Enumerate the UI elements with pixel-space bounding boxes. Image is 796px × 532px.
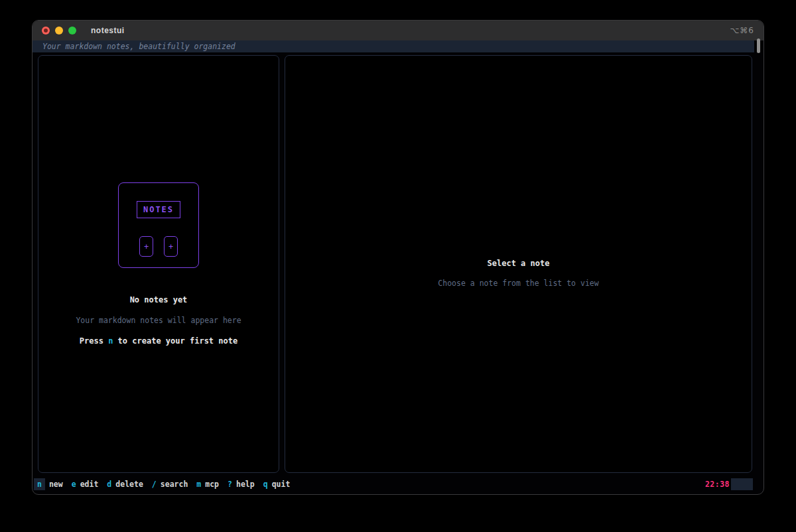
empty-state-subtitle: Your markdown notes will appear here (76, 316, 241, 325)
app-tagline-bar: Your markdown notes, beautifully organiz… (33, 40, 754, 52)
shortcut-key: q (263, 480, 268, 489)
shortcut-mcp[interactable]: m mcp (196, 478, 219, 490)
shortcut-search[interactable]: / search (152, 478, 188, 490)
hint-prefix: Press (80, 336, 108, 346)
empty-state-hint: Press n to create your first note (80, 336, 237, 346)
shortcut-edit[interactable]: e edit (72, 478, 99, 490)
shortcut-label: new (49, 480, 63, 489)
titlebar: notestui ⌥⌘6 (33, 21, 763, 40)
shortcut-label: edit (80, 480, 99, 489)
window-title: notestui (91, 26, 125, 35)
shortcut-key: m (196, 480, 201, 489)
traffic-lights (42, 27, 76, 34)
app-tagline: Your markdown notes, beautifully organiz… (42, 42, 235, 51)
empty-state-title: No notes yet (130, 295, 188, 304)
shortcut-key: n (34, 478, 45, 490)
notes-logo-label: NOTES (137, 201, 180, 218)
shortcut-key: ? (228, 480, 232, 489)
shortcut-help[interactable]: ? help (228, 478, 255, 490)
shortcut-label: help (236, 480, 255, 489)
scrollbar-thumb[interactable] (757, 38, 760, 53)
note-preview-panel: Select a note Choose a note from the lis… (285, 55, 752, 473)
shortcut-label: search (161, 480, 188, 489)
shortcut-label: quit (272, 480, 291, 489)
statusbar: n new e edit d delete / search m mcp ? h… (33, 478, 763, 490)
shortcut-label: delete (115, 480, 143, 489)
shortcut-label: mcp (205, 480, 219, 489)
plus-icon: + (139, 236, 153, 257)
shortcut-key: / (152, 480, 157, 489)
shortcut-delete[interactable]: d delete (107, 478, 143, 490)
clock: 22:38 (705, 480, 730, 489)
preview-placeholder-title: Select a note (488, 259, 550, 268)
notes-logo: NOTES + + (118, 182, 199, 268)
notes-list-panel: NOTES + + No notes yet Your markdown not… (38, 55, 279, 473)
hint-suffix: to create your first note (113, 336, 237, 346)
preview-placeholder-subtitle: Choose a note from the list to view (438, 279, 598, 288)
zoom-button-icon[interactable] (68, 27, 76, 34)
close-button-icon[interactable] (42, 27, 50, 34)
shortcut-new[interactable]: n new (34, 478, 63, 490)
tab-shortcut-indicator: ⌥⌘6 (730, 26, 754, 35)
shortcut-key: d (107, 480, 111, 489)
shortcut-key: e (72, 480, 76, 489)
minimize-button-icon[interactable] (55, 27, 63, 34)
shortcut-quit[interactable]: q quit (263, 478, 291, 490)
terminal-window: notestui ⌥⌘6 Your markdown notes, beauti… (32, 20, 764, 495)
notes-logo-plus-row: + + (139, 236, 178, 257)
plus-icon: + (164, 236, 178, 257)
statusbar-end-block (731, 478, 753, 490)
